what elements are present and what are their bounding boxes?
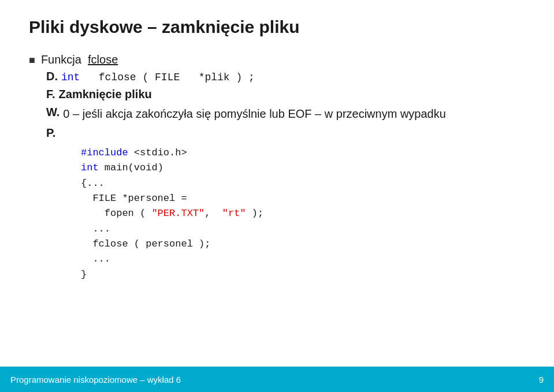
- row-p-letter: P.: [46, 126, 55, 140]
- row-d: D. int fclose ( FILE *plik ) ;: [29, 70, 525, 83]
- code-line-9: }: [81, 267, 525, 282]
- code-line-1: #include <stdio.h>: [81, 145, 525, 160]
- include-file: <stdio.h>: [134, 147, 187, 158]
- code-line-6: ...: [81, 222, 525, 237]
- code-block: #include <stdio.h> int main(void) {... F…: [29, 145, 525, 282]
- bullet-marker: ■: [29, 54, 35, 66]
- string-rt: "rt": [222, 208, 246, 219]
- main-void: main(void): [105, 162, 163, 173]
- bullet-funkcja: ■ Funkcja fclose: [29, 53, 525, 66]
- row-p: P.: [29, 126, 525, 140]
- footer-bar: Programowanie niskopoziomowe – wykład 6 …: [0, 367, 554, 392]
- slide-content: Pliki dyskowe – zamknięcie pliku ■ Funkc…: [0, 0, 554, 367]
- code-line-4: FILE *personel =: [81, 191, 525, 206]
- row-d-code: int fclose ( FILE *plik ) ;: [61, 72, 255, 83]
- footer-left-text: Programowanie niskopoziomowe – wykład 6: [10, 375, 181, 384]
- slide-title: Pliki dyskowe – zamknięcie pliku: [29, 17, 525, 37]
- code-line-7: fclose ( personel );: [81, 237, 525, 252]
- code-line-8: ...: [81, 252, 525, 267]
- code-line-3: {...: [81, 176, 525, 191]
- code-line-5: fopen ( "PER.TXT", "rt" );: [81, 206, 525, 221]
- funkcja-label: Funkcja: [41, 53, 81, 66]
- row-d-letter: D.: [46, 70, 58, 83]
- row-f: F. Zamknięcie pliku: [29, 88, 525, 101]
- funkcja-underline: fclose: [88, 53, 118, 66]
- code-line-2: int main(void): [81, 160, 525, 176]
- row-f-text: Zamknięcie pliku: [59, 88, 152, 101]
- row-f-letter: F.: [46, 88, 55, 101]
- bullet-funkcja-text: Funkcja fclose: [41, 53, 118, 66]
- row-w: W. 0 – jeśli akcja zakończyła się pomyśl…: [29, 106, 525, 122]
- include-keyword: #include: [81, 147, 128, 158]
- string-per-txt: "PER.TXT": [151, 208, 205, 219]
- int-keyword: int: [81, 162, 99, 173]
- footer-page-number: 9: [539, 375, 544, 384]
- row-w-letter: W.: [46, 106, 60, 119]
- row-w-text: 0 – jeśli akcja zakończyła się pomyślnie…: [63, 106, 446, 122]
- keyword-int: int: [61, 72, 80, 83]
